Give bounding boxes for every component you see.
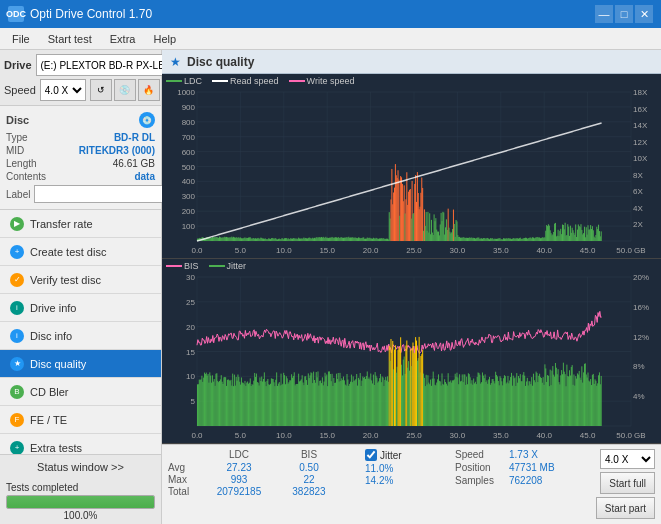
disc-label-row: Label ✏ bbox=[6, 185, 155, 203]
writespeed-legend-color bbox=[289, 80, 305, 82]
menu-help[interactable]: Help bbox=[145, 31, 184, 47]
sidebar-item-transfer-rate[interactable]: ▶ Transfer rate bbox=[0, 210, 161, 238]
sidebar-item-cd-bler[interactable]: B CD Bler bbox=[0, 378, 161, 406]
total-row: Total 20792185 382823 bbox=[168, 486, 355, 497]
burn-button[interactable]: 🔥 bbox=[138, 79, 160, 101]
upper-chart-canvas bbox=[162, 74, 661, 259]
disc-header: Disc 💿 bbox=[6, 112, 155, 128]
disc-length-row: Length 46.61 GB bbox=[6, 158, 155, 169]
sidebar-item-verify-test-disc[interactable]: ✓ Verify test disc bbox=[0, 266, 161, 294]
upper-chart-container: LDC Read speed Write speed bbox=[162, 74, 661, 259]
dq-title: Disc quality bbox=[187, 55, 254, 69]
test-speed-select[interactable]: 4.0 X bbox=[600, 449, 655, 469]
menu-extra[interactable]: Extra bbox=[102, 31, 144, 47]
jitter-header-row: Jitter bbox=[365, 449, 445, 461]
menu-start-test[interactable]: Start test bbox=[40, 31, 100, 47]
create-test-label: Create test disc bbox=[30, 246, 106, 258]
progress-text: 100.0% bbox=[6, 510, 155, 521]
jitter-stats: Jitter 11.0% 14.2% bbox=[365, 449, 445, 487]
disc-mid-row: MID RITEKDR3 (000) bbox=[6, 145, 155, 156]
upper-legend: LDC Read speed Write speed bbox=[166, 76, 354, 86]
status-window-button[interactable]: Status window >> bbox=[0, 455, 161, 479]
speed-row: Speed 4.0 X ↺ 💿 🔥 💾 bbox=[4, 79, 157, 101]
jitter-legend-item: Jitter bbox=[209, 261, 247, 271]
sidebar-item-extra-tests[interactable]: + Extra tests bbox=[0, 434, 161, 454]
ldc-legend-item: LDC bbox=[166, 76, 202, 86]
disc-title: Disc bbox=[6, 114, 29, 126]
create-test-icon: + bbox=[10, 245, 24, 259]
sidebar-item-disc-quality[interactable]: ★ Disc quality bbox=[0, 350, 161, 378]
menu-bar: File Start test Extra Help bbox=[0, 28, 661, 50]
sidebar-item-create-test-disc[interactable]: + Create test disc bbox=[0, 238, 161, 266]
disc-quality-icon: ★ bbox=[10, 357, 24, 371]
disc-panel-icon: 💿 bbox=[139, 112, 155, 128]
bottom-panel: LDC BIS Avg 27.23 0.50 Max 993 22 Tota bbox=[162, 444, 661, 524]
lower-legend: BIS Jitter bbox=[166, 261, 246, 271]
cd-bler-icon: B bbox=[10, 385, 24, 399]
title-bar-left: ODC Opti Drive Control 1.70 bbox=[8, 6, 152, 22]
app-icon: ODC bbox=[8, 6, 24, 22]
max-ldc: 993 bbox=[204, 474, 274, 485]
close-button[interactable]: ✕ bbox=[635, 5, 653, 23]
samples-value: 762208 bbox=[509, 475, 542, 486]
max-jitter: 14.2% bbox=[365, 475, 445, 486]
avg-ldc: 27.23 bbox=[204, 462, 274, 473]
disc-button[interactable]: 💿 bbox=[114, 79, 136, 101]
dq-icon: ★ bbox=[170, 55, 181, 69]
type-label: Type bbox=[6, 132, 28, 143]
maximize-button[interactable]: □ bbox=[615, 5, 633, 23]
label-input[interactable] bbox=[34, 185, 167, 203]
bis-legend-color bbox=[166, 265, 182, 267]
bis-legend-item: BIS bbox=[166, 261, 199, 271]
empty-header bbox=[168, 449, 204, 460]
drive-section: Drive (E:) PLEXTOR BD-R PX-LB950SA 1.06 … bbox=[0, 50, 161, 106]
ldc-legend-color bbox=[166, 80, 182, 82]
samples-label: Samples bbox=[455, 475, 505, 486]
fe-te-label: FE / TE bbox=[30, 414, 67, 426]
transfer-rate-label: Transfer rate bbox=[30, 218, 93, 230]
status-bar: Status window >> Tests completed 100.0% bbox=[0, 454, 161, 524]
refresh-button[interactable]: ↺ bbox=[90, 79, 112, 101]
avg-bis: 0.50 bbox=[274, 462, 344, 473]
start-part-button[interactable]: Start part bbox=[596, 497, 655, 519]
max-bis: 22 bbox=[274, 474, 344, 485]
max-label: Max bbox=[168, 474, 204, 485]
main-layout: Drive (E:) PLEXTOR BD-R PX-LB950SA 1.06 … bbox=[0, 50, 661, 524]
bis-col-header: BIS bbox=[274, 449, 344, 460]
sidebar-item-disc-info[interactable]: i Disc info bbox=[0, 322, 161, 350]
sidebar-item-fe-te[interactable]: F FE / TE bbox=[0, 406, 161, 434]
sidebar-item-drive-info[interactable]: i Drive info bbox=[0, 294, 161, 322]
title-bar-controls: — □ ✕ bbox=[595, 5, 653, 23]
writespeed-legend-label: Write speed bbox=[307, 76, 355, 86]
speed-col-val: 1.73 X bbox=[509, 449, 538, 460]
menu-file[interactable]: File bbox=[4, 31, 38, 47]
speed-header-row: Speed 1.73 X bbox=[455, 449, 565, 460]
drive-row: Drive (E:) PLEXTOR BD-R PX-LB950SA 1.06 … bbox=[4, 54, 157, 76]
progress-section: Tests completed 100.0% bbox=[0, 479, 161, 524]
drive-label: Drive bbox=[4, 59, 32, 71]
readspeed-legend-item: Read speed bbox=[212, 76, 279, 86]
jitter-checkbox[interactable] bbox=[365, 449, 377, 461]
disc-info-icon: i bbox=[10, 329, 24, 343]
length-value: 46.61 GB bbox=[113, 158, 155, 169]
avg-label: Avg bbox=[168, 462, 204, 473]
readspeed-legend-color bbox=[212, 80, 228, 82]
total-ldc: 20792185 bbox=[204, 486, 274, 497]
total-bis: 382823 bbox=[274, 486, 344, 497]
title-bar: ODC Opti Drive Control 1.70 — □ ✕ bbox=[0, 0, 661, 28]
speed-label: Speed bbox=[4, 84, 36, 96]
position-row: Position 47731 MB bbox=[455, 462, 565, 473]
verify-test-icon: ✓ bbox=[10, 273, 24, 287]
speed-select[interactable]: 4.0 X bbox=[40, 79, 86, 101]
readspeed-legend-label: Read speed bbox=[230, 76, 279, 86]
start-full-button[interactable]: Start full bbox=[600, 472, 655, 494]
extra-tests-icon: + bbox=[10, 441, 24, 455]
minimize-button[interactable]: — bbox=[595, 5, 613, 23]
progress-bar-fill bbox=[7, 496, 154, 508]
bis-legend-label: BIS bbox=[184, 261, 199, 271]
verify-test-label: Verify test disc bbox=[30, 274, 101, 286]
label-label: Label bbox=[6, 189, 30, 200]
disc-quality-header: ★ Disc quality bbox=[162, 50, 661, 74]
contents-value: data bbox=[134, 171, 155, 182]
col-headers: LDC BIS bbox=[168, 449, 355, 460]
